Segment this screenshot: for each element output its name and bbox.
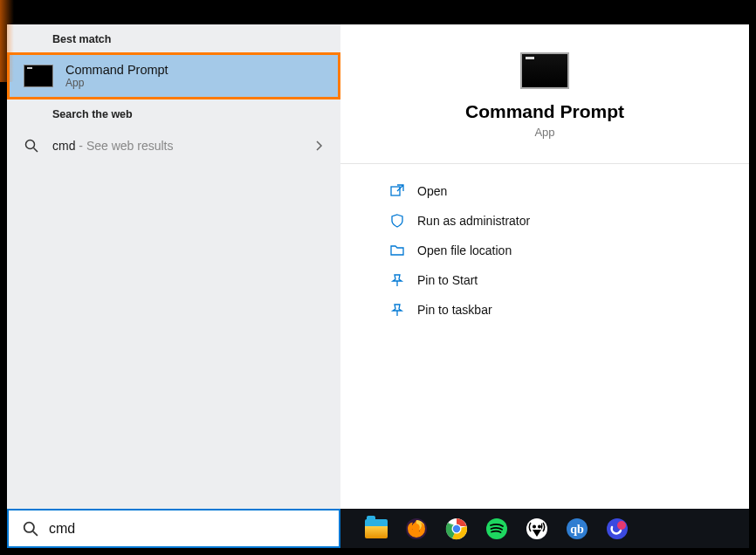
foobar-icon[interactable]	[526, 517, 548, 540]
action-label: Pin to taskbar	[417, 303, 492, 317]
search-input[interactable]	[49, 521, 339, 537]
chevron-right-icon	[316, 140, 323, 151]
web-result-item[interactable]: cmd - See web results	[7, 127, 340, 164]
action-pin-start[interactable]: Pin to Start	[340, 265, 749, 295]
best-match-text: Command Prompt App	[65, 63, 168, 89]
svg-point-12	[538, 524, 541, 528]
details-right-pane: Command Prompt App Open Run as administr…	[340, 24, 749, 509]
search-web-header: Search the web	[7, 99, 340, 127]
folder-icon	[389, 243, 405, 258]
best-match-title: Command Prompt	[65, 63, 168, 77]
action-label: Pin to Start	[417, 273, 478, 287]
start-search-panel: Best match Command Prompt App Search the…	[7, 24, 749, 548]
firefox-icon[interactable]	[405, 517, 428, 540]
search-icon	[24, 139, 38, 153]
app-hero: Command Prompt App	[340, 24, 749, 164]
admin-shield-icon	[389, 213, 405, 229]
taskbar-search-box[interactable]	[7, 509, 340, 548]
svg-point-11	[533, 524, 536, 528]
chrome-icon[interactable]	[445, 517, 468, 540]
search-icon	[23, 521, 38, 537]
svg-line-4	[33, 531, 38, 535]
command-prompt-icon	[24, 65, 53, 87]
search-results-container: Best match Command Prompt App Search the…	[7, 24, 749, 509]
svg-point-15	[607, 518, 628, 539]
taskbar-pinned-apps: qb	[340, 517, 629, 540]
annotation-highlight	[0, 0, 14, 82]
web-result-label: cmd - See web results	[52, 139, 174, 153]
action-label: Run as administrator	[417, 214, 530, 228]
svg-point-9	[486, 518, 507, 539]
svg-text:qb: qb	[570, 523, 584, 536]
svg-line-1	[34, 148, 38, 153]
action-label: Open file location	[417, 243, 512, 257]
svg-point-16	[617, 521, 626, 530]
app-subtitle: App	[534, 126, 554, 139]
spotify-icon[interactable]	[485, 517, 508, 540]
action-label: Open	[417, 184, 447, 198]
results-left-pane: Best match Command Prompt App Search the…	[7, 24, 340, 509]
best-match-header: Best match	[7, 24, 340, 52]
open-icon	[389, 183, 405, 199]
pin-icon	[389, 272, 405, 288]
best-match-item[interactable]: Command Prompt App	[7, 52, 340, 99]
best-match-subtitle: App	[65, 77, 168, 89]
svg-point-3	[24, 522, 34, 531]
pin-icon	[389, 302, 405, 318]
command-prompt-icon-large	[520, 52, 569, 89]
taskbar: qb	[7, 509, 749, 548]
game-icon[interactable]	[606, 517, 629, 540]
action-run-admin[interactable]: Run as administrator	[340, 206, 749, 236]
app-title: Command Prompt	[465, 101, 624, 122]
qbittorrent-icon[interactable]: qb	[566, 517, 588, 540]
action-open[interactable]: Open	[340, 176, 749, 206]
svg-rect-2	[391, 187, 400, 195]
action-pin-taskbar[interactable]: Pin to taskbar	[340, 295, 749, 325]
svg-point-0	[26, 140, 35, 149]
svg-point-8	[453, 524, 460, 531]
action-open-location[interactable]: Open file location	[340, 236, 749, 265]
file-explorer-icon[interactable]	[365, 517, 388, 540]
actions-list: Open Run as administrator Open file loca…	[340, 164, 749, 325]
